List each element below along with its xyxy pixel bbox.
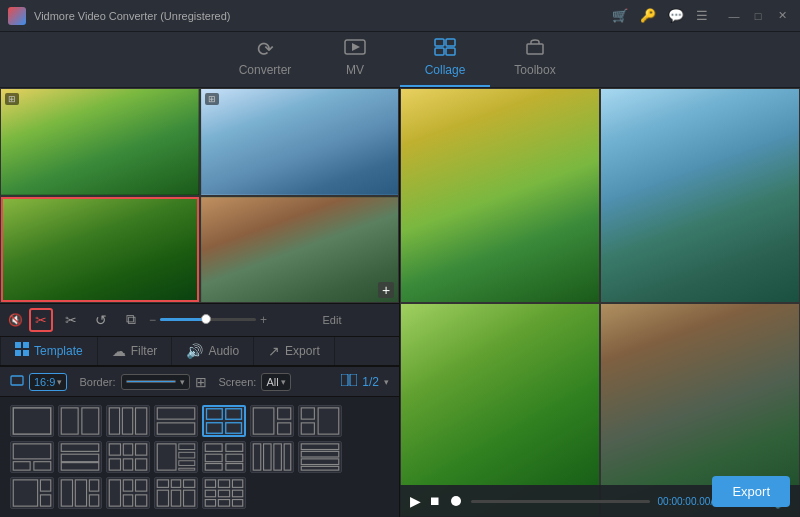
preview-cell-3[interactable]	[0, 196, 200, 304]
subtab-template-label: Template	[34, 344, 83, 358]
svg-rect-43	[136, 459, 147, 470]
aspect-ratio-value: 16:9	[34, 376, 55, 388]
template-item-2x3-v2[interactable]	[154, 477, 198, 509]
tab-collage[interactable]: Collage	[400, 32, 490, 87]
half-chevron[interactable]: ▾	[384, 377, 389, 387]
template-item-1t-2b[interactable]	[10, 441, 54, 473]
preview-cell-1[interactable]: ⊞	[0, 88, 200, 196]
svg-rect-34	[34, 462, 51, 470]
border-select[interactable]: ▾	[121, 374, 190, 390]
svg-rect-24	[207, 423, 223, 434]
svg-rect-50	[226, 444, 243, 452]
template-item-1l-2r[interactable]	[250, 405, 294, 437]
svg-rect-66	[61, 480, 72, 506]
grid-view-icon[interactable]: ⊞	[195, 374, 207, 390]
chat-icon[interactable]: 💬	[668, 8, 684, 23]
template-item-1l-4r[interactable]	[154, 441, 198, 473]
template-item-2col[interactable]	[58, 405, 102, 437]
slider-minus[interactable]: −	[149, 313, 156, 327]
svg-rect-40	[136, 444, 147, 455]
svg-rect-20	[157, 408, 195, 419]
stop-button[interactable]: ⏹	[429, 494, 441, 508]
add-media-button[interactable]: +	[378, 282, 394, 298]
svg-rect-48	[179, 468, 195, 470]
svg-rect-82	[218, 480, 229, 488]
svg-rect-19	[136, 408, 147, 434]
svg-rect-17	[109, 408, 119, 434]
options-bar: 16:9 ▾ Border: ▾ ⊞ Screen: All ▾	[0, 366, 399, 397]
svg-rect-57	[274, 444, 282, 470]
edit-slider[interactable]	[160, 318, 256, 321]
template-item-3plus1[interactable]	[58, 477, 102, 509]
svg-rect-77	[184, 480, 195, 488]
toolbox-icon	[524, 38, 546, 61]
subtab-template[interactable]: Template	[0, 337, 98, 366]
aspect-ratio-icon	[10, 374, 24, 389]
screen-select[interactable]: All ▾	[261, 373, 290, 391]
duplicate-button[interactable]: ⧉	[119, 308, 143, 332]
slider-plus[interactable]: +	[260, 313, 267, 327]
subtab-audio[interactable]: 🔊 Audio	[172, 337, 254, 366]
cart-icon[interactable]: 🛒	[612, 8, 628, 23]
template-item-3col[interactable]	[106, 405, 150, 437]
svg-rect-3	[446, 39, 455, 46]
screen-group: Screen: All ▾	[219, 373, 291, 391]
tab-converter[interactable]: ⟳ Converter	[220, 31, 310, 87]
tab-mv[interactable]: MV	[310, 32, 400, 87]
export-button[interactable]: Export	[712, 476, 790, 507]
time-bar[interactable]	[471, 500, 650, 503]
svg-rect-30	[301, 423, 314, 434]
svg-rect-13	[350, 374, 357, 386]
undo-button[interactable]: ↺	[89, 308, 113, 332]
template-item-2x2[interactable]	[202, 405, 246, 437]
close-button[interactable]: ✕	[772, 9, 792, 23]
template-item-2l-1r[interactable]	[298, 405, 342, 437]
template-item-3x3[interactable]	[202, 477, 246, 509]
template-item-3x2[interactable]	[106, 441, 150, 473]
template-item-2row[interactable]	[154, 405, 198, 437]
half-label: 1/2	[362, 375, 379, 389]
template-item-single[interactable]	[10, 405, 54, 437]
svg-rect-2	[435, 39, 444, 46]
preview-toolbar: 🔇 ✂ ✂ ↺ ⧉ − + Edit	[0, 303, 399, 335]
svg-rect-76	[171, 480, 180, 488]
svg-marker-1	[352, 43, 360, 51]
preview-cell-2[interactable]: ⊞	[200, 88, 400, 196]
subtab-export-label: Export	[285, 344, 320, 358]
preview-cell-4[interactable]: +	[200, 196, 400, 304]
svg-rect-65	[40, 495, 50, 506]
menu-icon[interactable]: ☰	[696, 8, 708, 23]
svg-rect-61	[301, 459, 339, 465]
aspect-ratio-select[interactable]: 16:9 ▾	[29, 373, 67, 391]
scissors-button[interactable]: ✂	[59, 308, 83, 332]
svg-rect-58	[284, 444, 291, 470]
subtab-export[interactable]: ↗ Export	[254, 337, 335, 366]
subtab-filter[interactable]: ☁ Filter	[98, 337, 173, 366]
svg-rect-15	[61, 408, 78, 434]
subtab-audio-label: Audio	[208, 344, 239, 358]
template-item-2-2-2[interactable]	[106, 477, 150, 509]
template-item-2x3[interactable]	[202, 441, 246, 473]
border-label: Border:	[79, 376, 115, 388]
svg-rect-11	[11, 376, 23, 385]
svg-rect-16	[82, 408, 99, 434]
svg-rect-28	[278, 423, 291, 434]
template-item-3row[interactable]	[58, 441, 102, 473]
template-item-4row[interactable]	[298, 441, 342, 473]
right-preview-grid	[400, 88, 800, 517]
play-button[interactable]: ▶	[410, 493, 421, 509]
maximize-button[interactable]: □	[748, 9, 768, 23]
crop-button[interactable]: ✂	[29, 308, 53, 332]
svg-rect-38	[109, 444, 120, 455]
svg-rect-83	[232, 480, 242, 488]
svg-rect-79	[171, 490, 180, 506]
bottom-area	[0, 397, 399, 517]
screen-value: All	[266, 376, 278, 388]
tab-toolbox[interactable]: Toolbox	[490, 32, 580, 87]
key-icon[interactable]: 🔑	[640, 8, 656, 23]
template-item-uneven[interactable]	[10, 477, 54, 509]
minimize-button[interactable]: —	[724, 9, 744, 23]
edit-slider-row: − +	[149, 313, 267, 327]
template-item-4col[interactable]	[250, 441, 294, 473]
subtab-filter-label: Filter	[131, 344, 158, 358]
